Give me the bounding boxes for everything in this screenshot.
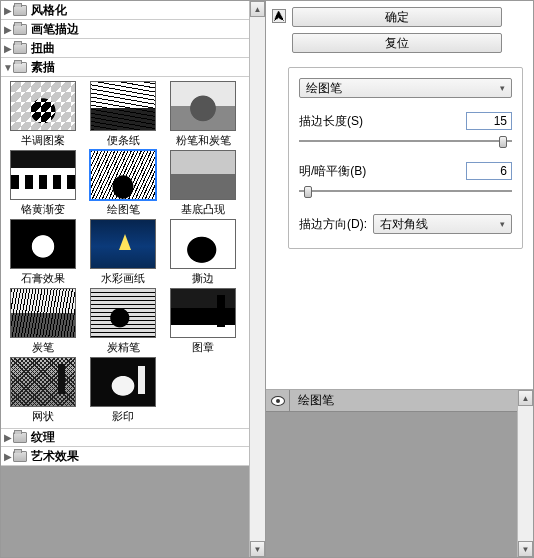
filter-thumb-water-paper[interactable]: 水彩画纸 <box>87 219 159 286</box>
filter-category-panel: ▶ 风格化 ▶ 画笔描边 ▶ 扭曲 ▼ 素描 半调图案 便条纸 粉笔和炭笔 铬黄… <box>0 0 266 558</box>
filter-thumb-charcoal[interactable]: 炭笔 <box>7 288 79 355</box>
folder-texture[interactable]: ▶ 纹理 <box>1 428 249 447</box>
filter-thumb-bas-relief[interactable]: 基底凸现 <box>167 150 239 217</box>
filter-thumb-halftone[interactable]: 半调图案 <box>7 81 79 148</box>
light-dark-input[interactable]: 6 <box>466 162 512 180</box>
slider-thumb-icon[interactable] <box>499 136 507 148</box>
stroke-direction-label: 描边方向(D): <box>299 216 367 233</box>
empty-area <box>1 466 249 557</box>
filter-thumb-graphic-pen[interactable]: 绘图笔 <box>87 150 159 217</box>
scroll-up-icon[interactable]: ▲ <box>518 390 533 406</box>
ok-button[interactable]: 确定 <box>292 7 502 27</box>
double-chevron-icon: ⮝ <box>273 9 285 23</box>
folder-icon <box>13 24 27 35</box>
light-dark-label: 明/暗平衡(B) <box>299 163 458 180</box>
scroll-up-icon[interactable]: ▲ <box>250 1 265 17</box>
slider-thumb-icon[interactable] <box>304 186 312 198</box>
folder-stylize[interactable]: ▶ 风格化 <box>1 1 249 20</box>
chevron-right-icon: ▶ <box>3 432 13 443</box>
scroll-track[interactable] <box>518 406 533 541</box>
filter-thumb-chalk-charcoal[interactable]: 粉笔和炭笔 <box>167 81 239 148</box>
folder-icon <box>13 432 27 443</box>
folder-open-icon <box>13 62 27 73</box>
stroke-direction-combo[interactable]: 右对角线 ▾ <box>373 214 512 234</box>
effect-layer-row[interactable]: 绘图笔 <box>266 390 517 412</box>
visibility-toggle[interactable] <box>266 390 290 411</box>
light-dark-slider[interactable] <box>299 184 512 198</box>
filter-thumb-conte-crayon[interactable]: 炭精笔 <box>87 288 159 355</box>
chevron-right-icon: ▶ <box>3 24 13 35</box>
filter-thumb-reticulation[interactable]: 网状 <box>7 357 79 424</box>
chevron-down-icon: ▾ <box>500 83 505 93</box>
filter-select-combo[interactable]: 绘图笔 ▾ <box>299 78 512 98</box>
chevron-right-icon: ▶ <box>3 43 13 54</box>
scroll-track[interactable] <box>250 17 265 541</box>
filter-params-group: 绘图笔 ▾ 描边长度(S) 15 明/暗平衡(B) 6 描边方向(D): 右对角… <box>288 67 523 249</box>
scroll-down-icon[interactable]: ▼ <box>250 541 265 557</box>
filter-thumb-notepaper[interactable]: 便条纸 <box>87 81 159 148</box>
eye-icon <box>271 396 285 406</box>
filter-thumb-chrome[interactable]: 铬黄渐变 <box>7 150 79 217</box>
filter-thumb-stamp[interactable]: 图章 <box>167 288 239 355</box>
stroke-length-slider[interactable] <box>299 134 512 148</box>
filter-thumbnail-grid: 半调图案 便条纸 粉笔和炭笔 铬黄渐变 绘图笔 基底凸现 石膏效果 水彩画纸 撕… <box>1 77 249 428</box>
filter-thumb-torn-edges[interactable]: 撕边 <box>167 219 239 286</box>
chevron-right-icon: ▶ <box>3 5 13 16</box>
folder-brush-strokes[interactable]: ▶ 画笔描边 <box>1 20 249 39</box>
folder-label: 风格化 <box>31 2 67 19</box>
combo-value: 右对角线 <box>380 216 428 233</box>
chevron-down-icon: ▾ <box>500 219 505 229</box>
chevron-right-icon: ▶ <box>3 451 13 462</box>
vertical-scrollbar[interactable]: ▲ ▼ <box>249 1 265 557</box>
vertical-scrollbar[interactable]: ▲ ▼ <box>517 390 533 557</box>
folder-icon <box>13 451 27 462</box>
scroll-down-icon[interactable]: ▼ <box>518 541 533 557</box>
folder-label: 纹理 <box>31 429 55 446</box>
stroke-length-input[interactable]: 15 <box>466 112 512 130</box>
folder-label: 艺术效果 <box>31 448 79 465</box>
chevron-down-icon: ▼ <box>3 62 13 73</box>
filter-thumb-plaster[interactable]: 石膏效果 <box>7 219 79 286</box>
folder-label: 素描 <box>31 59 55 76</box>
stroke-length-label: 描边长度(S) <box>299 113 458 130</box>
folder-label: 扭曲 <box>31 40 55 57</box>
folder-sketch[interactable]: ▼ 素描 <box>1 58 249 77</box>
reset-button[interactable]: 复位 <box>292 33 502 53</box>
layer-name: 绘图笔 <box>290 392 334 409</box>
folder-list: ▶ 风格化 ▶ 画笔描边 ▶ 扭曲 ▼ 素描 <box>1 1 249 77</box>
filter-settings-panel: ⮝ 确定 复位 绘图笔 ▾ 描边长度(S) 15 明/暗平衡(B) 6 描边方向… <box>266 0 534 558</box>
combo-value: 绘图笔 <box>306 80 342 97</box>
collapse-toggle[interactable]: ⮝ <box>272 9 286 23</box>
effect-layers-panel: 绘图笔 ▲ ▼ <box>266 389 533 557</box>
folder-artistic[interactable]: ▶ 艺术效果 <box>1 447 249 466</box>
folder-icon <box>13 43 27 54</box>
folder-icon <box>13 5 27 16</box>
filter-thumb-photocopy[interactable]: 影印 <box>87 357 159 424</box>
folder-distort[interactable]: ▶ 扭曲 <box>1 39 249 58</box>
folder-label: 画笔描边 <box>31 21 79 38</box>
